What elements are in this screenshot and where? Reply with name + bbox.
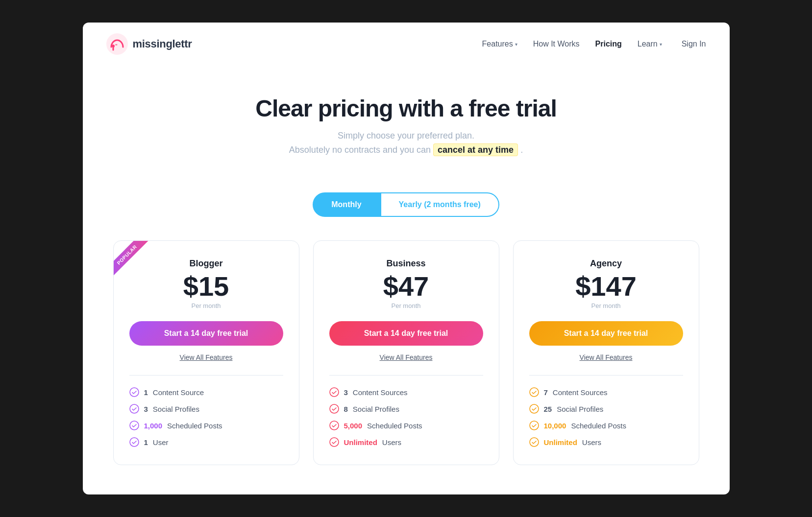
feature-item: Unlimited Users [329,437,483,447]
plan-card-business: Business $47 Per month Start a 14 day fr… [313,240,499,465]
feature-item: 1 User [129,437,283,447]
feature-item: 1 Content Source [129,387,283,397]
navbar: " missinglettr Features ▾ How It Works P… [83,23,730,66]
svg-point-14 [530,438,539,446]
check-icon [529,404,539,414]
chevron-down-icon-learn: ▾ [660,42,662,47]
feature-item: 3 Social Profiles [129,404,283,414]
popular-label: POPULAR [114,241,149,278]
plan-name: Agency [529,258,683,269]
plan-price: $47 [329,273,483,300]
check-icon [329,404,339,414]
check-icon [129,387,139,397]
check-icon [529,437,539,447]
hero-subtitle: Simply choose your preferred plan. [106,131,706,141]
svg-point-8 [330,404,339,413]
logo-text: missinglettr [133,38,192,50]
svg-point-13 [530,421,539,430]
feature-item: 10,000 Scheduled Posts [529,421,683,430]
plan-card-blogger: POPULAR Blogger $15 Per month Start a 14… [113,240,299,465]
feature-item: 5,000 Scheduled Posts [329,421,483,430]
page-title: Clear pricing with a free trial [106,95,706,122]
check-icon [529,421,539,430]
billing-toggle: Monthly Yearly (2 months free) [83,192,730,217]
svg-point-5 [130,421,139,430]
logo-icon: " [106,33,128,55]
svg-point-10 [330,438,339,446]
view-all-features-business[interactable]: View All Features [329,353,483,361]
plan-name: Business [329,258,483,269]
chevron-down-icon: ▾ [515,42,517,47]
feature-item: 1,000 Scheduled Posts [129,421,283,430]
check-icon [329,437,339,447]
feature-item: 7 Content Sources [529,387,683,397]
nav-how-it-works[interactable]: How It Works [533,40,580,48]
logo-area: " missinglettr [106,33,482,55]
svg-point-9 [330,421,339,430]
feature-list: 3 Content Sources 8 Social Profiles 5,00… [329,387,483,447]
plan-period: Per month [529,302,683,309]
svg-point-7 [330,388,339,397]
feature-item: 25 Social Profiles [529,404,683,414]
feature-item: 3 Content Sources [329,387,483,397]
monthly-toggle-btn[interactable]: Monthly [313,192,380,217]
feature-item: Unlimited Users [529,437,683,447]
svg-point-6 [130,438,139,446]
check-icon [129,437,139,447]
plan-price: $147 [529,273,683,300]
plan-period: Per month [329,302,483,309]
plan-cta-blogger[interactable]: Start a 14 day free trial [129,321,283,346]
plan-divider [329,375,483,376]
hero-section: Clear pricing with a free trial Simply c… [83,66,730,175]
nav-links: Features ▾ How It Works Pricing Learn ▾ … [482,40,706,48]
yearly-toggle-btn[interactable]: Yearly (2 months free) [380,192,499,217]
highlight-text: cancel at any time [433,143,518,156]
nav-pricing[interactable]: Pricing [595,40,622,48]
check-icon [529,387,539,397]
check-icon [129,404,139,414]
feature-list: 1 Content Source 3 Social Profiles 1,000… [129,387,283,447]
svg-point-12 [530,404,539,413]
check-icon [329,421,339,430]
plan-cta-agency[interactable]: Start a 14 day free trial [529,321,683,346]
check-icon [129,421,139,430]
plan-card-agency: Agency $147 Per month Start a 14 day fre… [513,240,699,465]
plan-cta-business[interactable]: Start a 14 day free trial [329,321,483,346]
svg-point-3 [130,388,139,397]
view-all-features-blogger[interactable]: View All Features [129,353,283,361]
feature-item: 8 Social Profiles [329,404,483,414]
view-all-features-agency[interactable]: View All Features [529,353,683,361]
check-icon [329,387,339,397]
nav-signin[interactable]: Sign In [682,40,706,48]
popular-ribbon: POPULAR [114,241,158,285]
nav-features[interactable]: Features ▾ [482,40,517,48]
plan-period: Per month [129,302,283,309]
page-wrapper: " missinglettr Features ▾ How It Works P… [83,23,730,494]
plan-divider [129,375,283,376]
svg-point-11 [530,388,539,397]
svg-text:": " [115,44,118,49]
hero-body: Absolutely no contracts and you can canc… [106,145,706,155]
feature-list: 7 Content Sources 25 Social Profiles 10,… [529,387,683,447]
plans-container: POPULAR Blogger $15 Per month Start a 14… [83,240,730,465]
svg-point-4 [130,404,139,413]
nav-learn[interactable]: Learn ▾ [638,40,662,48]
plan-divider [529,375,683,376]
